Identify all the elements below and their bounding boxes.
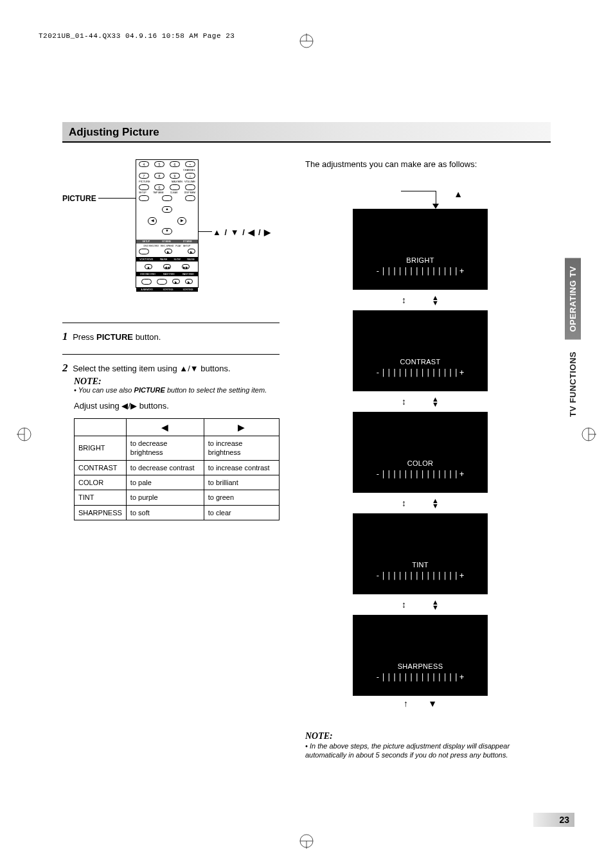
row-name: TINT <box>75 490 127 505</box>
picture-leader-line <box>98 198 136 199</box>
panel-label: CONTRAST <box>400 358 441 366</box>
table-header-left-arrow: ◀ <box>126 418 204 436</box>
section-title: Adjusting Picture <box>62 122 551 143</box>
panel-bar: -||||||||||||||+ <box>375 267 465 276</box>
adjustment-panel: TINT-||||||||||||||+ <box>353 513 488 594</box>
up-arrow-icon: ↑ <box>404 698 408 709</box>
table-row: CONTRASTto decrease contrastto increase … <box>75 460 280 475</box>
crop-mark-bottom <box>299 833 314 849</box>
up-down-triangles-icon: ▲▼ <box>432 498 439 509</box>
adjustment-panel: CONTRAST-||||||||||||||+ <box>353 310 488 391</box>
crop-mark-top <box>299 33 314 49</box>
up-down-arrow-icon: ↕ <box>402 498 406 508</box>
step-text-suffix: button. <box>133 332 161 342</box>
panel-separator: ↕▲▼ <box>353 493 488 513</box>
row-right: to green <box>204 490 279 505</box>
up-down-arrow-icon: ↕ <box>402 396 406 407</box>
divider <box>62 323 280 323</box>
row-right: to clear <box>204 505 279 520</box>
step-text-prefix: Press <box>73 332 96 342</box>
panel-label: TINT <box>412 561 429 569</box>
up-down-arrow-icon: ↕ <box>402 295 406 305</box>
panel-bar: -||||||||||||||+ <box>375 470 465 479</box>
panel-label: SHARPNESS <box>398 662 443 670</box>
panel-label: COLOR <box>407 459 434 467</box>
adjustment-panels: ▲ BRIGHT-||||||||||||||+↕▲▼CONTRAST-||||… <box>353 191 488 709</box>
step-1: 1 Press PICTURE button. <box>62 330 280 344</box>
up-down-arrow-icon: ↕ <box>402 599 406 610</box>
remote-diagram: PICTURE ▲ / ▼ / ◀ / ▶ 456• CHANNEL 789○ … <box>62 159 280 305</box>
row-right: to increase brightness <box>204 436 279 461</box>
up-down-triangles-icon: ▲▼ <box>432 396 439 408</box>
table-row: COLORto paleto brilliant <box>75 475 280 490</box>
bottom-note: NOTE: • In the above steps, the picture … <box>305 731 551 759</box>
table-row: BRIGHTto decrease brightnessto increase … <box>75 436 280 461</box>
row-left: to purple <box>126 490 204 505</box>
note-text: • In the above steps, the picture adjust… <box>305 742 551 760</box>
row-name: COLOR <box>75 475 127 490</box>
panel-separator: ↕▲▼ <box>353 391 488 412</box>
flow-end-arrow: ↑ ▼ <box>353 698 488 709</box>
row-right: to increase contrast <box>204 460 279 475</box>
adjustment-table: ◀ ▶ BRIGHTto decrease brightnessto incre… <box>74 418 280 520</box>
down-triangle-icon: ▼ <box>428 698 437 709</box>
right-intro-text: The adjustments you can make are as foll… <box>305 159 551 169</box>
adjustment-panel: SHARPNESS-||||||||||||||+ <box>353 615 488 696</box>
table-header-right-arrow: ▶ <box>204 418 279 436</box>
remote-body: 456• CHANNEL 789○ PICTUREMAX/MINVOLUME 0… <box>136 159 199 288</box>
flow-start-arrow: ▲ <box>353 191 488 209</box>
table-row: SHARPNESSto softto clear <box>75 505 280 520</box>
row-name: CONTRAST <box>75 460 127 475</box>
step-text-bold: PICTURE <box>96 332 133 342</box>
crop-mark-right <box>581 427 596 442</box>
adjust-using-text: Adjust using ◀/▶ buttons. <box>74 401 280 412</box>
panel-separator: ↕▲▼ <box>353 290 488 310</box>
row-left: to decrease brightness <box>126 436 204 461</box>
row-left: to soft <box>126 505 204 520</box>
crop-mark-left <box>17 427 32 442</box>
row-left: to pale <box>126 475 204 490</box>
step-2: 2 Select the setting item using ▲/▼ butt… <box>62 361 280 520</box>
side-tabs: OPERATING TV TV FUNCTIONS <box>565 258 581 429</box>
row-right: to brilliant <box>204 475 279 490</box>
step-number: 1 <box>62 330 68 342</box>
panel-bar: -||||||||||||||+ <box>375 368 465 377</box>
arrow-keys-callout-label: ▲ / ▼ / ◀ / ▶ <box>213 227 271 237</box>
side-tab-tv-functions: TV FUNCTIONS <box>565 344 581 425</box>
up-down-triangles-icon: ▲▼ <box>432 599 439 611</box>
row-name: BRIGHT <box>75 436 127 461</box>
panel-bar: -||||||||||||||+ <box>375 673 465 682</box>
step-number: 2 <box>62 362 68 374</box>
picture-callout-label: PICTURE <box>62 194 96 203</box>
panel-separator: ↕▲▼ <box>353 594 488 615</box>
divider <box>62 354 280 355</box>
row-left: to decrease contrast <box>126 460 204 475</box>
up-down-triangles-icon: ▲▼ <box>432 295 439 306</box>
page-number: 23 <box>533 813 574 827</box>
panel-label: BRIGHT <box>406 256 434 264</box>
adjustment-panel: BRIGHT-||||||||||||||+ <box>353 209 488 290</box>
table-row: TINTto purpleto green <box>75 490 280 505</box>
step-text: Select the setting item using ▲/▼ button… <box>73 364 230 373</box>
adjustment-panel: COLOR-||||||||||||||+ <box>353 412 488 493</box>
table-header-blank <box>75 418 127 436</box>
arrow-leader-line <box>198 231 212 232</box>
panel-bar: -||||||||||||||+ <box>375 571 465 580</box>
note-label: NOTE: <box>305 731 551 742</box>
side-tab-operating-tv: OPERATING TV <box>565 258 581 340</box>
note-text: • You can use also PICTURE button to sel… <box>74 386 280 394</box>
row-name: SHARPNESS <box>75 505 127 520</box>
